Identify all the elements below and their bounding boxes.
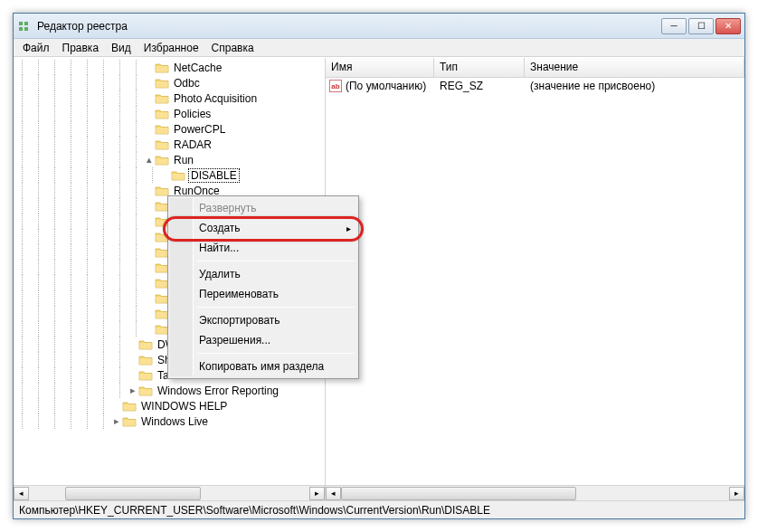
- minimize-button[interactable]: ─: [661, 18, 687, 34]
- list-row[interactable]: ab (По умолчанию) REG_SZ (значение не пр…: [326, 78, 744, 94]
- context-permissions[interactable]: Разрешения...: [170, 330, 356, 350]
- value-data: (значение не присвоено): [525, 80, 744, 92]
- list-header: Имя Тип Значение: [326, 58, 744, 78]
- svg-rect-2: [19, 27, 23, 31]
- scroll-track[interactable]: [29, 487, 309, 500]
- menu-favorites[interactable]: Избранное: [138, 40, 204, 56]
- menubar: Файл Правка Вид Избранное Справка: [14, 39, 744, 57]
- expander-icon[interactable]: ▸: [111, 415, 122, 427]
- status-path: Компьютер\HKEY_CURRENT_USER\Software\Mic…: [19, 504, 490, 517]
- expander-icon[interactable]: ▸: [128, 385, 138, 396]
- scroll-left-button[interactable]: ◂: [14, 487, 29, 500]
- tree-item-label: Run: [172, 154, 195, 166]
- statusbar: Компьютер\HKEY_CURRENT_USER\Software\Mic…: [14, 500, 744, 518]
- folder-icon: [138, 384, 153, 398]
- folder-icon: [138, 368, 153, 383]
- tree-item-label: NetCache: [172, 62, 223, 74]
- column-header-type[interactable]: Тип: [434, 58, 525, 77]
- workarea: NetCacheOdbcPhoto AcquisitionPoliciesPow…: [14, 57, 744, 500]
- separator: [197, 261, 355, 261]
- tree-item-label: Photo Acquisition: [172, 92, 259, 105]
- scroll-thumb[interactable]: [65, 487, 201, 500]
- column-header-name[interactable]: Имя: [326, 58, 434, 77]
- tree-item-label: Odbc: [172, 77, 202, 90]
- folder-icon: [155, 91, 169, 106]
- context-copy-key-name[interactable]: Копировать имя раздела: [170, 356, 356, 376]
- folder-icon: [138, 337, 153, 352]
- svg-rect-0: [19, 22, 23, 25]
- scroll-right-button[interactable]: ▸: [309, 487, 325, 500]
- context-expand[interactable]: Развернуть: [170, 198, 356, 218]
- folder-icon: [122, 399, 137, 413]
- svg-rect-3: [24, 27, 28, 31]
- folder-icon: [138, 353, 153, 367]
- maximize-button[interactable]: ☐: [688, 18, 714, 34]
- folder-icon: [155, 138, 169, 152]
- tree-item-label: Windows Live: [139, 415, 210, 428]
- regsz-icon: ab: [329, 80, 342, 92]
- tree-item[interactable]: NetCache: [14, 60, 325, 75]
- tree-item[interactable]: Odbc: [14, 75, 325, 90]
- scroll-right-button[interactable]: ▸: [729, 487, 744, 500]
- window-title: Редактор реестра: [37, 20, 661, 33]
- titlebar: Редактор реестра ─ ☐ ✕: [14, 14, 744, 39]
- folder-icon: [155, 76, 169, 90]
- tree-item-label: Windows Error Reporting: [156, 385, 280, 397]
- scroll-thumb[interactable]: [341, 487, 576, 500]
- scroll-left-button[interactable]: ◂: [326, 487, 341, 500]
- tree-item-label: RADAR: [172, 138, 213, 151]
- context-create[interactable]: Создать▸: [170, 218, 356, 238]
- separator: [197, 353, 355, 354]
- folder-icon: [155, 61, 169, 75]
- context-delete[interactable]: Удалить: [170, 264, 356, 284]
- expander-icon[interactable]: ▴: [144, 154, 155, 166]
- separator: [197, 307, 355, 308]
- tree-item-label: Policies: [172, 108, 213, 120]
- context-find[interactable]: Найти...: [170, 238, 356, 258]
- menu-view[interactable]: Вид: [106, 40, 137, 56]
- tree-item-label: DISABLE: [188, 168, 240, 183]
- app-icon: [17, 19, 32, 33]
- tree-hscrollbar[interactable]: ◂ ▸: [14, 485, 325, 500]
- tree-item[interactable]: ▸Windows Live: [14, 413, 325, 429]
- tree-item[interactable]: RADAR: [14, 137, 325, 152]
- window-buttons: ─ ☐ ✕: [661, 18, 741, 34]
- folder-icon: [155, 153, 169, 167]
- menu-file[interactable]: Файл: [17, 40, 55, 56]
- list-pane: Имя Тип Значение ab (По умолчанию) REG_S…: [326, 58, 744, 500]
- context-menu: Развернуть Создать▸ Найти... Удалить Пер…: [167, 195, 359, 379]
- list-body[interactable]: ab (По умолчанию) REG_SZ (значение не пр…: [326, 78, 744, 485]
- value-name: (По умолчанию): [346, 80, 426, 92]
- context-export[interactable]: Экспортировать: [170, 310, 356, 330]
- folder-icon: [171, 168, 185, 183]
- tree-item[interactable]: WINDOWS HELP: [14, 398, 325, 413]
- folder-icon: [155, 107, 169, 121]
- registry-editor-window: Редактор реестра ─ ☐ ✕ Файл Правка Вид И…: [13, 13, 745, 519]
- tree-item[interactable]: Photo Acquisition: [14, 90, 325, 106]
- scroll-track[interactable]: [341, 487, 729, 500]
- close-button[interactable]: ✕: [715, 18, 741, 34]
- menu-edit[interactable]: Правка: [57, 40, 105, 56]
- list-hscrollbar[interactable]: ◂ ▸: [326, 485, 744, 500]
- folder-icon: [155, 122, 169, 137]
- tree-item[interactable]: ▴Run: [14, 152, 325, 167]
- menu-help[interactable]: Справка: [206, 40, 260, 56]
- tree-item[interactable]: PowerCPL: [14, 121, 325, 137]
- column-header-value[interactable]: Значение: [525, 58, 744, 77]
- svg-rect-1: [24, 22, 28, 25]
- tree-item[interactable]: ▸Windows Error Reporting: [14, 383, 325, 398]
- tree-item-label: WINDOWS HELP: [139, 400, 229, 413]
- tree-item-label: PowerCPL: [172, 123, 227, 136]
- value-type: REG_SZ: [434, 80, 525, 92]
- tree-item[interactable]: Policies: [14, 106, 325, 121]
- folder-icon: [122, 414, 137, 429]
- submenu-arrow-icon: ▸: [346, 223, 351, 233]
- tree-item[interactable]: DISABLE: [14, 167, 325, 183]
- context-rename[interactable]: Переименовать: [170, 284, 356, 304]
